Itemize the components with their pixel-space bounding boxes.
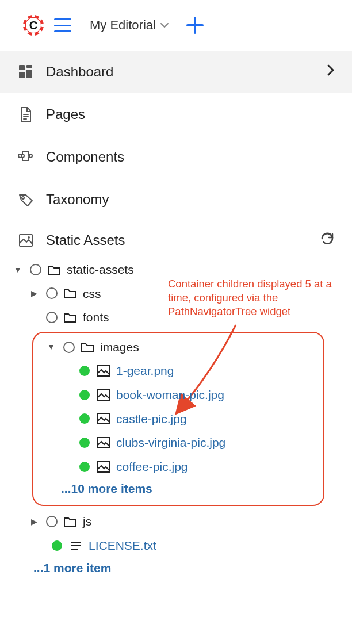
file-name: coffee-pic.jpg: [116, 457, 188, 477]
tree-file-license[interactable]: LICENSE.txt: [12, 534, 352, 558]
add-button[interactable]: [183, 14, 206, 37]
svg-point-17: [22, 197, 24, 199]
tree-node-label: images: [100, 338, 139, 357]
tree-file-item[interactable]: 1-gear.png: [36, 359, 316, 383]
caret-down-icon: [160, 21, 169, 30]
status-dot-icon: [79, 366, 90, 376]
components-icon: [17, 148, 35, 166]
svg-text:C: C: [29, 19, 37, 32]
folder-icon: [81, 340, 94, 354]
expand-icon[interactable]: ▶: [28, 515, 40, 528]
status-dot-icon: [79, 462, 90, 472]
taxonomy-icon: [17, 191, 35, 208]
nav-taxonomy[interactable]: Taxonomy: [0, 178, 352, 221]
nav-dashboard[interactable]: Dashboard: [0, 51, 352, 93]
nav-components[interactable]: Components: [0, 136, 352, 178]
collapse-icon[interactable]: ▼: [12, 263, 24, 276]
svg-rect-12: [26, 65, 32, 68]
tree-file-item[interactable]: coffee-pic.jpg: [36, 455, 316, 479]
dashboard-icon: [17, 63, 35, 80]
more-items-root[interactable]: ...1 more item: [12, 558, 352, 578]
callout-text: Container children displayed 5 at a time…: [168, 277, 340, 319]
tree-node-label: fonts: [83, 308, 109, 327]
nav-components-label: Components: [46, 149, 124, 165]
select-radio[interactable]: [30, 264, 41, 275]
tree-file-item[interactable]: castle-pic.jpg: [36, 407, 316, 431]
status-dot-icon: [79, 438, 90, 448]
menu-toggle-icon[interactable]: [54, 18, 71, 32]
svg-rect-2: [32, 33, 35, 38]
tree-file-item[interactable]: book-woman-pic.jpg: [36, 383, 316, 407]
file-name: 1-gear.png: [116, 361, 174, 381]
collapse-icon[interactable]: ▼: [45, 340, 58, 353]
tree-node-label: js: [83, 512, 91, 531]
status-dot-icon: [52, 540, 62, 551]
file-name: book-woman-pic.jpg: [116, 385, 224, 405]
tree-node-label: css: [83, 284, 101, 304]
nav-taxonomy-label: Taxonomy: [46, 191, 109, 208]
status-dot-icon: [79, 390, 90, 400]
image-file-icon: [97, 364, 110, 378]
tree-node-label: static-assets: [67, 260, 134, 279]
text-file-icon: [69, 539, 83, 553]
image-file-icon: [97, 412, 110, 425]
expand-icon[interactable]: ▶: [28, 287, 40, 300]
tree-file-item[interactable]: clubs-virginia-pic.jpg: [36, 431, 316, 455]
tree-node-images[interactable]: ▼ images: [36, 335, 316, 359]
svg-rect-4: [41, 24, 46, 27]
nav-pages[interactable]: Pages: [0, 93, 352, 136]
svg-rect-14: [26, 70, 32, 78]
file-name: castle-pic.jpg: [116, 409, 187, 429]
folder-icon: [63, 310, 77, 324]
refresh-icon[interactable]: [320, 231, 335, 250]
file-name: LICENSE.txt: [89, 536, 156, 555]
tree-node-js[interactable]: ▶ js: [12, 509, 352, 534]
select-radio[interactable]: [46, 312, 58, 323]
app-logo: C: [21, 13, 46, 38]
app-header: C My Editorial: [0, 0, 352, 51]
more-items-images[interactable]: ...10 more items: [36, 478, 316, 499]
chevron-right-icon: [327, 64, 335, 80]
select-radio[interactable]: [63, 342, 75, 353]
folder-icon: [63, 515, 77, 528]
site-selector[interactable]: My Editorial: [90, 18, 169, 33]
nav-dashboard-label: Dashboard: [46, 64, 113, 80]
folder-icon: [63, 286, 77, 300]
image-file-icon: [97, 436, 110, 450]
svg-rect-11: [19, 65, 25, 70]
image-file-icon: [97, 388, 110, 402]
svg-point-16: [18, 154, 22, 158]
svg-rect-3: [21, 24, 25, 27]
select-radio[interactable]: [46, 288, 58, 299]
svg-rect-1: [32, 13, 35, 17]
site-selector-label: My Editorial: [90, 18, 156, 33]
image-section-icon: [17, 232, 35, 249]
image-file-icon: [97, 460, 110, 474]
page-icon: [17, 106, 35, 123]
select-radio[interactable]: [46, 516, 58, 527]
status-dot-icon: [79, 413, 90, 424]
section-static-assets-label: Static Assets: [46, 232, 125, 248]
nav-pages-label: Pages: [46, 106, 85, 122]
svg-rect-13: [19, 72, 25, 78]
callout-highlight-box: ▼ images 1-gear.png book-woman-pi: [32, 332, 324, 507]
file-name: clubs-virginia-pic.jpg: [116, 433, 225, 453]
svg-point-19: [28, 236, 30, 239]
folder-icon: [47, 263, 61, 277]
svg-rect-18: [20, 235, 32, 246]
section-static-assets[interactable]: Static Assets: [0, 221, 352, 255]
